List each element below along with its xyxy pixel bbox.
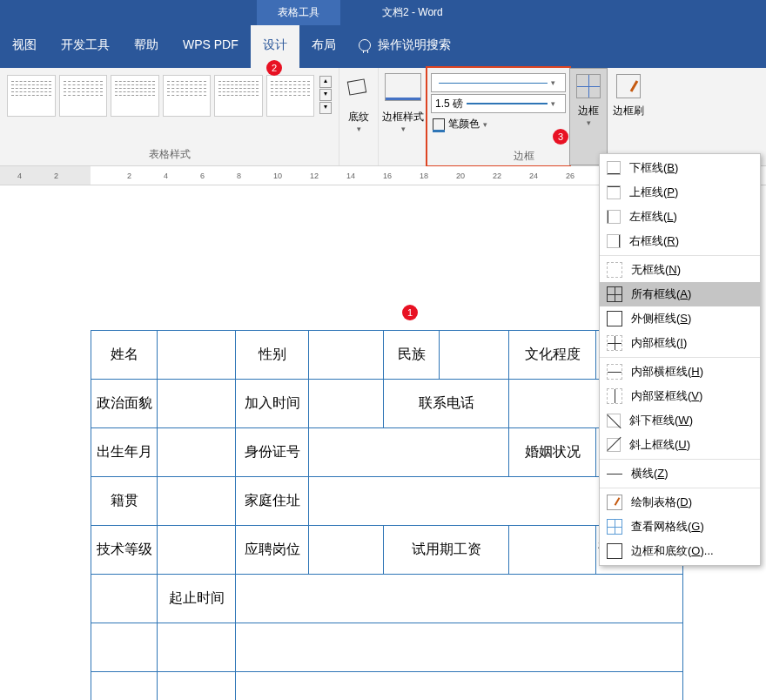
cell-trial-salary-label[interactable]: 试用期工资: [384, 526, 509, 575]
annotation-badge-2: 2: [266, 60, 282, 76]
diagonal-up-icon: [607, 438, 621, 452]
cell-position-value[interactable]: [309, 526, 384, 575]
border-style-label: 边框样式: [382, 110, 424, 125]
chevron-down-icon: ▾: [551, 99, 561, 108]
cell-id-label[interactable]: 身份证号: [236, 428, 309, 477]
cell-marriage-label[interactable]: 婚姻状况: [509, 428, 596, 477]
bottom-border-icon: [607, 161, 621, 175]
menu-view-gridlines[interactable]: 查看网格线(G): [600, 515, 760, 539]
outside-borders-icon: [607, 311, 622, 326]
cell-education-label[interactable]: 文化程度: [509, 331, 596, 380]
cell[interactable]: [158, 623, 236, 672]
cell-address-label[interactable]: 家庭住址: [236, 477, 309, 526]
paint-bucket-icon: [346, 77, 371, 101]
cell-birth-label[interactable]: 出生年月: [91, 428, 158, 477]
tab-layout[interactable]: 布局: [299, 25, 348, 68]
tab-view[interactable]: 视图: [0, 25, 49, 68]
cell-tech-level-label[interactable]: 技术等级: [91, 526, 158, 575]
menu-inside-horizontal[interactable]: 内部横框线(H): [600, 360, 760, 384]
group-label-borders: 边框: [454, 149, 594, 164]
cell-position-label[interactable]: 应聘岗位: [236, 526, 309, 575]
cell-hometown-value[interactable]: [158, 477, 236, 526]
cell-gender-label[interactable]: 性别: [236, 331, 309, 380]
tell-me-label: 操作说明搜索: [378, 37, 451, 53]
table-style-thumb[interactable]: [7, 75, 56, 117]
cell-ethnicity-value[interactable]: [440, 331, 509, 380]
tab-help[interactable]: 帮助: [122, 25, 171, 68]
cell-id-value[interactable]: [309, 428, 509, 477]
cell-phone-label[interactable]: 联系电话: [384, 380, 509, 428]
document-table[interactable]: 姓名 性别 民族 文化程度 政治面貌 加入时间 联系电话 出生年月 身份证号 婚…: [91, 330, 683, 700]
menu-horizontal-line[interactable]: 横线(Z): [600, 461, 760, 486]
menu-right-border[interactable]: 右框线(R): [600, 229, 760, 253]
title-bar: 表格工具 文档2 - Word: [0, 0, 766, 25]
ribbon-tabs: 视图 开发工具 帮助 WPS PDF 设计 布局 操作说明搜索: [0, 25, 766, 68]
annotation-badge-3: 3: [553, 129, 568, 145]
menu-top-border[interactable]: 上框线(P): [600, 180, 760, 205]
right-border-icon: [607, 234, 621, 248]
pen-color-picker[interactable]: 笔颜色 ▾: [431, 115, 566, 133]
cell-join-time-value[interactable]: [309, 380, 384, 428]
style-gallery: ▴▾▾: [7, 71, 332, 117]
menu-diagonal-down[interactable]: 斜下框线(W): [600, 408, 760, 433]
menu-inside-borders[interactable]: 内部框线(I): [600, 331, 760, 355]
tab-developer[interactable]: 开发工具: [49, 25, 122, 68]
tab-wps-pdf[interactable]: WPS PDF: [171, 25, 251, 68]
table-style-thumb[interactable]: [111, 75, 159, 117]
cell-ethnicity-label[interactable]: 民族: [384, 331, 440, 380]
cell-political-label[interactable]: 政治面貌: [91, 380, 158, 428]
menu-draw-table[interactable]: 绘制表格(D): [600, 490, 760, 515]
menu-inside-vertical[interactable]: 内部竖框线(V): [600, 384, 760, 408]
cell[interactable]: [91, 575, 158, 623]
cell[interactable]: [236, 672, 683, 701]
inside-vertical-icon: [607, 388, 622, 404]
cell[interactable]: [91, 623, 158, 672]
table-style-thumb[interactable]: [266, 75, 315, 117]
chevron-down-icon: ▾: [551, 78, 561, 87]
cell-birth-value[interactable]: [158, 428, 236, 477]
menu-left-border[interactable]: 左框线(L): [600, 205, 760, 229]
ribbon: ▴▾▾ 表格样式 底纹 ▾ 边框样式 ▾ ▾ 1.5 磅 ▾ 笔颜色 ▾: [0, 68, 766, 166]
context-tab-table-tools: 表格工具: [257, 0, 340, 25]
border-painter-label: 边框刷: [613, 104, 644, 118]
cell-join-time-label[interactable]: 加入时间: [236, 380, 309, 428]
pen-color-label: 笔颜色: [448, 117, 480, 131]
borders-label: 边框: [578, 104, 599, 118]
line-preview: [439, 83, 548, 84]
table-style-thumb[interactable]: [59, 75, 108, 117]
shading-label: 底纹: [348, 110, 369, 125]
cell-period-label[interactable]: 起止时间: [158, 575, 236, 623]
inside-borders-icon: [607, 335, 622, 351]
cell[interactable]: [236, 623, 683, 672]
cell-hometown-label[interactable]: 籍贯: [91, 477, 158, 526]
weight-preview: [467, 103, 548, 104]
borders-dropdown-menu: 下框线(B) 上框线(P) 左框线(L) 右框线(R) 无框线(N) 所有框线(…: [599, 153, 761, 566]
cell-gender-value[interactable]: [309, 331, 384, 380]
cell-name-label[interactable]: 姓名: [91, 331, 158, 380]
cell-trial-salary-value[interactable]: [509, 526, 596, 575]
cell-tech-level-value[interactable]: [158, 526, 236, 575]
cell[interactable]: [91, 672, 158, 701]
border-style-swatch[interactable]: [385, 73, 421, 101]
menu-diagonal-up[interactable]: 斜上框线(U): [600, 433, 760, 457]
shading-button[interactable]: 底纹 ▾: [339, 68, 378, 165]
tell-me-search[interactable]: 操作说明搜索: [348, 25, 461, 65]
table-style-thumb[interactable]: [163, 75, 212, 117]
pen-color-icon: [433, 118, 445, 131]
line-style-picker[interactable]: ▾: [431, 73, 566, 92]
border-painter-button[interactable]: 边框刷: [609, 68, 648, 165]
table-style-thumb[interactable]: [214, 75, 263, 117]
line-weight-picker[interactable]: 1.5 磅 ▾: [431, 94, 566, 113]
cell[interactable]: [236, 575, 683, 623]
cell[interactable]: [158, 672, 236, 701]
menu-bottom-border[interactable]: 下框线(B): [600, 156, 760, 180]
style-gallery-more[interactable]: ▴▾▾: [319, 75, 332, 117]
menu-no-border[interactable]: 无框线(N): [600, 258, 760, 282]
cell-political-value[interactable]: [158, 380, 236, 428]
all-borders-icon: [607, 286, 622, 302]
menu-all-borders[interactable]: 所有框线(A): [600, 282, 760, 306]
menu-outside-borders[interactable]: 外侧框线(S): [600, 306, 760, 331]
menu-borders-shading[interactable]: 边框和底纹(O)...: [600, 539, 760, 563]
horizontal-line-icon: [607, 466, 622, 481]
cell-name-value[interactable]: [158, 331, 236, 380]
